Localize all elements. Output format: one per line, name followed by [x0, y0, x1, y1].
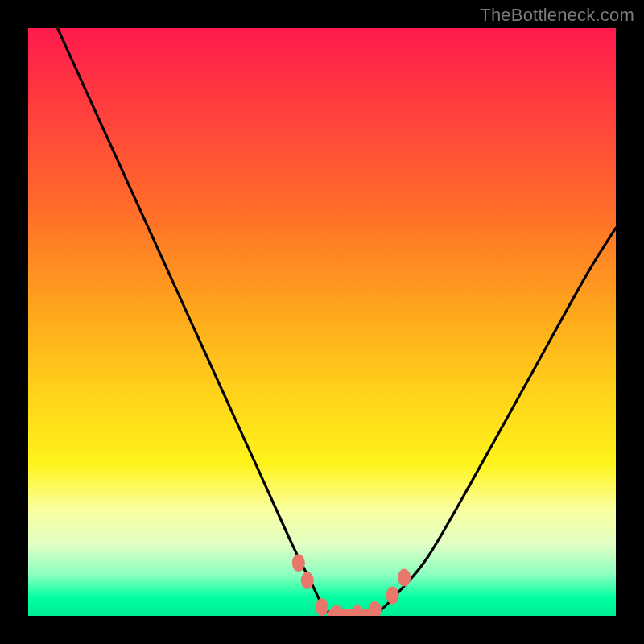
watermark-text: TheBottleneck.com: [480, 5, 634, 26]
curve-marker: [316, 598, 328, 616]
bottleneck-curve-svg: [28, 28, 616, 616]
curve-marker: [386, 586, 399, 604]
chart-plot-area: [28, 28, 616, 616]
chart-frame: TheBottleneck.com: [0, 0, 644, 644]
curve-marker: [351, 605, 364, 616]
curve-marker: [292, 554, 305, 572]
bottleneck-curve-path: [58, 28, 617, 616]
curve-marker: [369, 601, 382, 616]
curve-marker: [330, 605, 343, 616]
curve-marker: [398, 569, 411, 587]
curve-markers: [292, 554, 411, 616]
curve-marker: [301, 572, 314, 589]
